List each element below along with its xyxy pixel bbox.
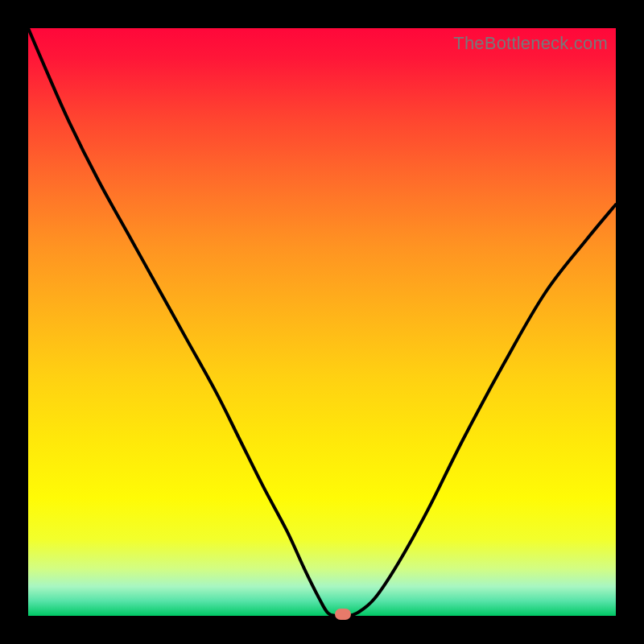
optimal-point-marker bbox=[335, 609, 351, 620]
bottleneck-curve bbox=[28, 28, 616, 616]
chart-frame: TheBottleneck.com bbox=[0, 0, 644, 644]
plot-area: TheBottleneck.com bbox=[28, 28, 616, 616]
